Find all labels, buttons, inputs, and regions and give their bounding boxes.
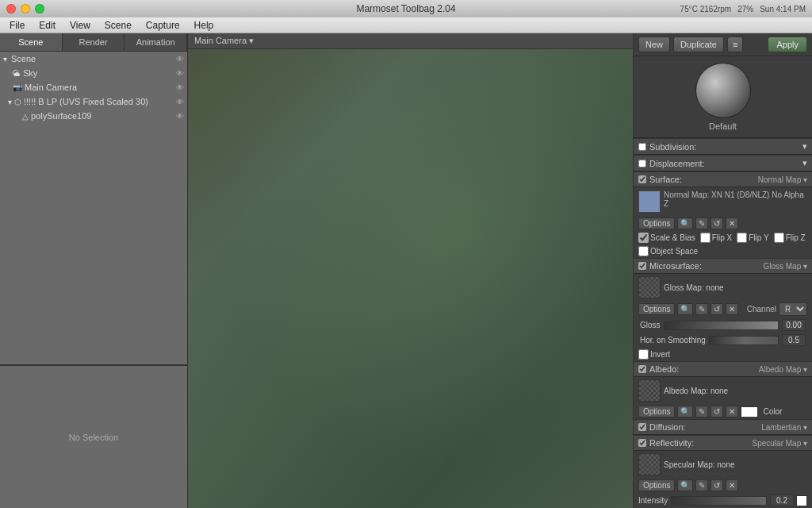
- specular-search-icon[interactable]: 🔍: [677, 479, 693, 491]
- albedo-map-thumb: [638, 379, 661, 402]
- gloss-bar[interactable]: [664, 321, 779, 330]
- flip-z-label: Flip Z: [774, 233, 806, 243]
- tab-animation[interactable]: Animation: [124, 33, 187, 51]
- microsurface-checkbox[interactable]: [638, 262, 646, 270]
- battery-level: 27%: [737, 5, 753, 13]
- tab-render[interactable]: Render: [63, 33, 125, 51]
- tree-item-mesh-group[interactable]: ▾ ⬡ !!!!! B LP (UVS Fixed Scaled 30) 👁: [0, 94, 187, 109]
- viewport[interactable]: Main Camera ▾: [188, 33, 634, 508]
- menu-scene[interactable]: Scene: [98, 18, 138, 33]
- tree-item-label: !!!!! B LP (UVS Fixed Scaled 30): [24, 97, 148, 106]
- clear-icon-btn[interactable]: ✕: [726, 217, 738, 229]
- subdivision-arrow: ▾: [802, 141, 807, 152]
- flip-x-checkbox[interactable]: [700, 233, 710, 243]
- invert-checkbox[interactable]: [638, 349, 649, 360]
- albedo-edit-icon[interactable]: ✎: [695, 406, 708, 418]
- visibility-icon[interactable]: 👁: [176, 112, 184, 121]
- menu-capture[interactable]: Capture: [140, 18, 186, 33]
- intensity-value: 0.2: [770, 495, 794, 506]
- material-options-button[interactable]: ≡: [727, 37, 743, 52]
- menu-edit[interactable]: Edit: [33, 18, 62, 33]
- surface-map-type[interactable]: Normal Map ▾: [758, 175, 807, 184]
- traffic-lights[interactable]: [6, 4, 44, 13]
- menu-bar: File Edit View Scene Capture Help: [0, 17, 812, 33]
- displacement-arrow: ▾: [802, 158, 807, 168]
- viewport-header: Main Camera ▾: [188, 33, 633, 49]
- gloss-search-icon[interactable]: 🔍: [677, 303, 693, 315]
- intensity-color-swatch[interactable]: [796, 495, 807, 506]
- surface-options-button[interactable]: Options: [638, 217, 675, 229]
- section-displacement[interactable]: Displacement: ▾: [634, 155, 812, 171]
- specular-clear-icon[interactable]: ✕: [726, 479, 738, 491]
- gloss-map-row: Gloss Map: none: [634, 274, 812, 301]
- section-microsurface[interactable]: Microsurface: Gloss Map ▾: [634, 258, 812, 274]
- minimize-button[interactable]: [21, 4, 30, 13]
- albedo-refresh-icon[interactable]: ↺: [710, 406, 723, 418]
- edit-icon-btn[interactable]: ✎: [695, 217, 708, 229]
- gloss-edit-icon[interactable]: ✎: [695, 303, 708, 315]
- diffusion-map-type[interactable]: Lambertian ▾: [761, 423, 807, 432]
- reflectivity-map-type[interactable]: Specular Map ▾: [753, 439, 807, 448]
- flip-z-checkbox[interactable]: [774, 233, 784, 243]
- albedo-options-button[interactable]: Options: [638, 406, 675, 418]
- albedo-clear-icon[interactable]: ✕: [726, 406, 738, 418]
- gloss-refresh-icon[interactable]: ↺: [710, 303, 723, 315]
- gloss-options-button[interactable]: Options: [638, 303, 675, 315]
- expand-icon: ▾: [8, 98, 12, 106]
- visibility-icon[interactable]: 👁: [176, 55, 184, 64]
- diffusion-checkbox[interactable]: [638, 423, 646, 431]
- visibility-icon[interactable]: 👁: [176, 98, 184, 106]
- section-albedo[interactable]: Albedo: Albedo Map ▾: [634, 361, 812, 377]
- albedo-search-icon[interactable]: 🔍: [677, 406, 693, 418]
- tree-item-camera[interactable]: 📷 Main Camera 👁: [0, 80, 187, 94]
- scale-bias-checkbox[interactable]: [638, 233, 649, 243]
- gloss-clear-icon[interactable]: ✕: [726, 303, 738, 315]
- menu-file[interactable]: File: [3, 18, 31, 33]
- search-icon-btn[interactable]: 🔍: [677, 217, 693, 229]
- section-reflectivity[interactable]: Reflectivity: Specular Map ▾: [634, 435, 812, 451]
- duplicate-material-button[interactable]: Duplicate: [673, 37, 724, 52]
- albedo-map-type[interactable]: Albedo Map ▾: [759, 365, 807, 374]
- microsurface-map-type[interactable]: Gloss Map ▾: [763, 262, 807, 271]
- tree-item-sky[interactable]: 🌥 Sky 👁: [0, 66, 187, 80]
- intensity-bar[interactable]: [671, 496, 767, 506]
- menu-help[interactable]: Help: [188, 18, 220, 33]
- maximize-button[interactable]: [35, 4, 44, 13]
- visibility-icon[interactable]: 👁: [176, 83, 184, 92]
- displacement-checkbox[interactable]: [638, 160, 646, 167]
- object-space-checkbox[interactable]: [638, 246, 649, 256]
- menu-view[interactable]: View: [63, 18, 97, 33]
- tree-item-scene[interactable]: ▾ Scene 👁: [0, 52, 187, 66]
- refresh-icon-btn[interactable]: ↺: [710, 217, 723, 229]
- channel-select[interactable]: R G B A: [779, 302, 807, 316]
- new-material-button[interactable]: New: [638, 37, 670, 52]
- no-selection-panel: No Selection: [0, 365, 187, 508]
- section-surface[interactable]: Surface: Normal Map ▾: [634, 171, 812, 187]
- tab-scene[interactable]: Scene: [0, 33, 63, 51]
- albedo-checkbox[interactable]: [638, 365, 646, 373]
- viewport-content[interactable]: [188, 49, 633, 508]
- albedo-color-swatch[interactable]: [741, 406, 758, 418]
- poly-icon: △: [22, 112, 29, 121]
- section-diffusion[interactable]: Diffusion: Lambertian ▾: [634, 419, 812, 435]
- gloss-map-value: none: [706, 283, 723, 292]
- surface-checkbox[interactable]: [638, 175, 646, 183]
- tree-item-poly-surface[interactable]: △ polySurface109 👁: [0, 109, 187, 123]
- close-button[interactable]: [6, 4, 16, 13]
- displacement-label: Displacement:: [649, 159, 802, 168]
- smoothing-bar[interactable]: [709, 336, 779, 345]
- visibility-icon[interactable]: 👁: [176, 69, 184, 78]
- specular-options-button[interactable]: Options: [638, 479, 675, 491]
- specular-edit-icon[interactable]: ✎: [695, 479, 708, 491]
- flip-y-checkbox[interactable]: [737, 233, 747, 243]
- albedo-map-info: Albedo Map: none: [664, 387, 807, 395]
- section-subdivision[interactable]: Subdivision: ▾: [634, 138, 812, 155]
- tree-item-label: polySurface109: [31, 111, 91, 121]
- specular-map-value: none: [717, 460, 734, 469]
- specular-refresh-icon[interactable]: ↺: [710, 479, 723, 491]
- clock: Sun 4:14 PM: [760, 5, 806, 13]
- apply-button[interactable]: Apply: [768, 37, 807, 52]
- subdivision-checkbox[interactable]: [638, 143, 646, 151]
- reflectivity-checkbox[interactable]: [638, 439, 646, 447]
- camera-label[interactable]: Main Camera ▾: [194, 36, 254, 46]
